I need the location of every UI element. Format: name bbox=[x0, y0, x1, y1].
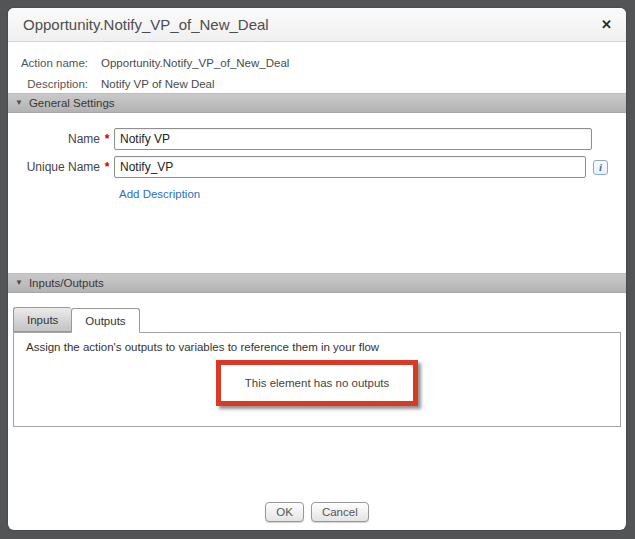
no-outputs-highlight-box: This element has no outputs bbox=[216, 360, 418, 406]
cancel-button[interactable]: Cancel bbox=[311, 502, 369, 522]
action-meta: Action name: Opportunity.Notify_VP_of_Ne… bbox=[8, 42, 626, 93]
info-icon[interactable]: i bbox=[593, 160, 608, 175]
no-outputs-message: This element has no outputs bbox=[245, 377, 389, 389]
screenshot-frame: Opportunity.Notify_VP_of_New_Deal ✕ Acti… bbox=[0, 0, 635, 539]
general-settings-title: General Settings bbox=[29, 97, 115, 109]
inputs-outputs-title: Inputs/Outputs bbox=[29, 277, 104, 289]
add-description-row: Add Description bbox=[8, 184, 626, 202]
close-icon[interactable]: ✕ bbox=[601, 18, 612, 31]
dialog-title: Opportunity.Notify_VP_of_New_Deal bbox=[23, 16, 269, 33]
unique-name-label: Unique Name bbox=[8, 160, 100, 174]
required-asterisk: * bbox=[100, 160, 114, 174]
tab-inputs[interactable]: Inputs bbox=[13, 307, 71, 332]
description-value: Notify VP of New Deal bbox=[101, 78, 215, 90]
action-editor-dialog: Opportunity.Notify_VP_of_New_Deal ✕ Acti… bbox=[8, 8, 626, 530]
action-name-label: Action name: bbox=[8, 57, 88, 69]
general-settings-body: Name * Unique Name * i Add Description bbox=[8, 113, 626, 273]
unique-name-input[interactable] bbox=[114, 156, 586, 178]
action-name-row: Action name: Opportunity.Notify_VP_of_Ne… bbox=[8, 52, 626, 73]
dialog-footer: OK Cancel bbox=[8, 502, 626, 522]
general-settings-header[interactable]: ▼ General Settings bbox=[8, 93, 626, 113]
description-row: Description: Notify VP of New Deal bbox=[8, 73, 626, 94]
unique-name-field-row: Unique Name * i bbox=[8, 156, 626, 178]
name-field-row: Name * bbox=[8, 128, 626, 150]
name-input[interactable] bbox=[114, 128, 592, 150]
description-label: Description: bbox=[8, 78, 88, 90]
inputs-outputs-header[interactable]: ▼ Inputs/Outputs bbox=[8, 273, 626, 293]
collapse-arrow-icon: ▼ bbox=[15, 279, 23, 287]
name-label: Name bbox=[8, 132, 100, 146]
ok-button[interactable]: OK bbox=[265, 502, 304, 522]
dialog-titlebar: Opportunity.Notify_VP_of_New_Deal ✕ bbox=[8, 8, 626, 42]
empty-message-wrap: This element has no outputs bbox=[26, 360, 608, 406]
outputs-instruction-text: Assign the action's outputs to variables… bbox=[26, 341, 608, 353]
required-asterisk: * bbox=[100, 132, 114, 146]
tab-outputs[interactable]: Outputs bbox=[71, 308, 139, 333]
action-name-value: Opportunity.Notify_VP_of_New_Deal bbox=[101, 57, 289, 69]
outputs-tab-panel: Assign the action's outputs to variables… bbox=[13, 332, 621, 427]
collapse-arrow-icon: ▼ bbox=[15, 99, 23, 107]
io-tab-strip: Inputs Outputs bbox=[13, 305, 626, 332]
add-description-link[interactable]: Add Description bbox=[119, 188, 200, 200]
